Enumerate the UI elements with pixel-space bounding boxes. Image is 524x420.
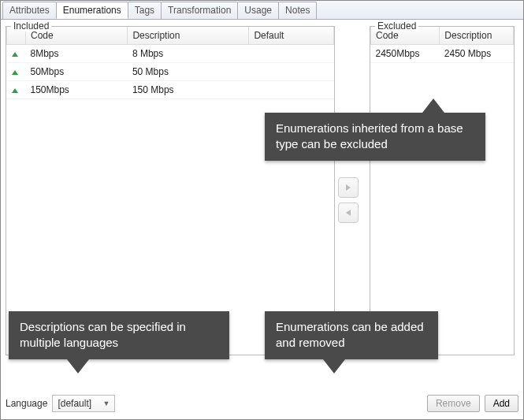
add-button[interactable]: Add <box>485 395 518 412</box>
excluded-table[interactable]: Code Description 2450Mbps 2450 Mbps <box>370 27 514 63</box>
move-right-icon <box>344 183 353 192</box>
bottom-toolbar: Language [default] ▼ Remove Add <box>6 392 518 414</box>
callout-pointer-icon <box>422 98 444 113</box>
move-left-icon <box>344 208 353 217</box>
col-description[interactable]: Description <box>440 27 514 44</box>
table-row[interactable]: 50Mbps 50 Mbps <box>7 62 334 80</box>
table-row[interactable]: 8Mbps 8 Mbps <box>7 44 334 62</box>
tab-transformation[interactable]: Transformation <box>161 2 238 19</box>
callout-add-remove: Enumerations can be added and removed <box>265 311 438 359</box>
callout-text: Enumerations inherited from a base type … <box>276 121 463 151</box>
cell-description: 50 Mbps <box>128 62 249 80</box>
move-right-button[interactable] <box>338 177 359 198</box>
inherited-icon <box>12 52 18 57</box>
excluded-group: Excluded Code Description 2450Mbps 2450 … <box>370 26 515 355</box>
included-legend: Included <box>11 20 51 32</box>
table-row[interactable]: 150Mbps 150 Mbps <box>7 80 334 98</box>
cell-code: 8Mbps <box>26 44 128 62</box>
enumerations-editor-window: Attributes Enumerations Tags Transformat… <box>0 0 524 420</box>
callout-text: Descriptions can be specified in multipl… <box>20 320 186 349</box>
cell-description: 8 Mbps <box>128 44 249 62</box>
callout-text: Enumerations can be added and removed <box>276 320 424 349</box>
tab-notes[interactable]: Notes <box>278 2 317 19</box>
cell-default <box>249 44 334 62</box>
remove-button[interactable]: Remove <box>427 395 480 412</box>
inherited-icon <box>12 70 18 75</box>
tab-enumerations[interactable]: Enumerations <box>56 2 128 19</box>
col-description[interactable]: Description <box>128 27 249 44</box>
chevron-down-icon: ▼ <box>102 400 110 407</box>
tab-body: Included Code Description Default 8Mbps … <box>1 20 523 419</box>
cell-description: 2450 Mbps <box>440 44 514 62</box>
tab-attributes[interactable]: Attributes <box>2 2 57 19</box>
cell-code: 50Mbps <box>26 62 128 80</box>
move-left-button[interactable] <box>338 203 359 223</box>
inherited-icon <box>12 88 18 93</box>
tab-strip: Attributes Enumerations Tags Transformat… <box>1 1 523 20</box>
tab-tags[interactable]: Tags <box>128 2 162 19</box>
included-table[interactable]: Code Description Default 8Mbps 8 Mbps 5 <box>6 27 334 99</box>
callout-exclude: Enumerations inherited from a base type … <box>265 113 485 161</box>
callout-pointer-icon <box>323 359 345 374</box>
tab-usage[interactable]: Usage <box>237 2 279 19</box>
callout-pointer-icon <box>67 359 89 374</box>
col-default[interactable]: Default <box>249 27 334 44</box>
language-value: [default] <box>58 398 91 409</box>
cell-description: 150 Mbps <box>128 80 249 98</box>
cell-default <box>249 62 334 80</box>
table-row[interactable]: 2450Mbps 2450 Mbps <box>371 44 514 62</box>
excluded-legend: Excluded <box>375 20 418 32</box>
transfer-buttons <box>338 177 366 228</box>
language-select[interactable]: [default] ▼ <box>52 395 115 412</box>
callout-languages: Descriptions can be specified in multipl… <box>9 311 229 359</box>
included-group: Included Code Description Default 8Mbps … <box>6 26 335 355</box>
language-label: Language <box>6 398 47 409</box>
cell-code: 150Mbps <box>26 80 128 98</box>
cell-code: 2450Mbps <box>371 44 440 62</box>
cell-default <box>249 80 334 98</box>
